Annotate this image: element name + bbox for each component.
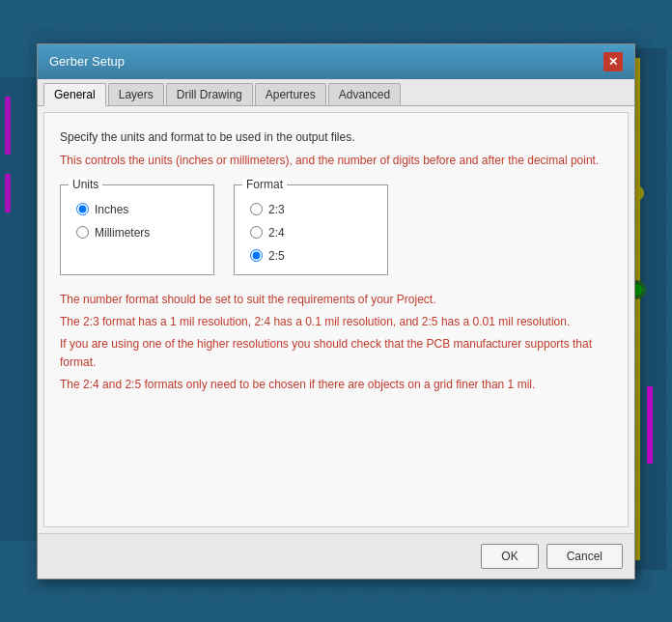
format-24-radio[interactable] bbox=[250, 226, 263, 239]
title-bar: Gerber Setup ✕ bbox=[38, 44, 634, 79]
inches-label: Inches bbox=[95, 203, 128, 216]
format-23-option[interactable]: 2:3 bbox=[250, 203, 372, 216]
format-23-radio[interactable] bbox=[250, 203, 263, 215]
intro-note: This controls the units (inches or milli… bbox=[60, 152, 612, 169]
millimeters-radio[interactable] bbox=[76, 226, 89, 239]
close-button[interactable]: ✕ bbox=[603, 52, 623, 71]
format-25-radio[interactable] bbox=[250, 249, 263, 262]
info-line2: The 2:3 format has a 1 mil resolution, 2… bbox=[60, 313, 612, 331]
cancel-button[interactable]: Cancel bbox=[546, 544, 623, 569]
tab-general[interactable]: General bbox=[43, 83, 106, 106]
info-text-block: The number format should be set to suit … bbox=[60, 291, 612, 395]
info-line4: The 2:4 and 2:5 formats only need to be … bbox=[60, 376, 612, 394]
tab-advanced[interactable]: Advanced bbox=[328, 83, 401, 105]
format-24-label: 2:4 bbox=[268, 226, 285, 240]
inches-option[interactable]: Inches bbox=[76, 203, 198, 216]
tab-bar: General Layers Drill Drawing Apertures A… bbox=[38, 79, 634, 106]
gerber-setup-dialog: Gerber Setup ✕ General Layers Drill Draw… bbox=[37, 43, 635, 580]
millimeters-label: Millimeters bbox=[95, 226, 150, 240]
format-25-option[interactable]: 2:5 bbox=[250, 249, 372, 263]
tab-layers[interactable]: Layers bbox=[108, 83, 164, 105]
units-group: Units Inches Millimeters bbox=[60, 184, 214, 275]
units-group-title: Units bbox=[69, 178, 102, 191]
ok-button[interactable]: OK bbox=[481, 544, 538, 569]
format-23-label: 2:3 bbox=[268, 203, 285, 216]
format-25-label: 2:5 bbox=[268, 249, 285, 263]
info-line1: The number format should be set to suit … bbox=[60, 291, 612, 309]
millimeters-option[interactable]: Millimeters bbox=[76, 226, 198, 240]
inches-radio[interactable] bbox=[76, 203, 89, 215]
tab-content: Specify the units and format to be used … bbox=[43, 112, 629, 527]
intro-text: Specify the units and format to be used … bbox=[60, 128, 612, 146]
format-group-title: Format bbox=[242, 178, 287, 191]
tab-drill-drawing[interactable]: Drill Drawing bbox=[166, 83, 253, 105]
format-24-option[interactable]: 2:4 bbox=[250, 226, 372, 240]
controls-row: Units Inches Millimeters Format bbox=[60, 184, 612, 275]
format-group: Format 2:3 2:4 2:5 bbox=[234, 184, 388, 275]
dialog-footer: OK Cancel bbox=[38, 533, 634, 579]
dialog-title: Gerber Setup bbox=[49, 54, 125, 69]
tab-apertures[interactable]: Apertures bbox=[255, 83, 326, 105]
info-line3: If you are using one of the higher resol… bbox=[60, 335, 612, 372]
